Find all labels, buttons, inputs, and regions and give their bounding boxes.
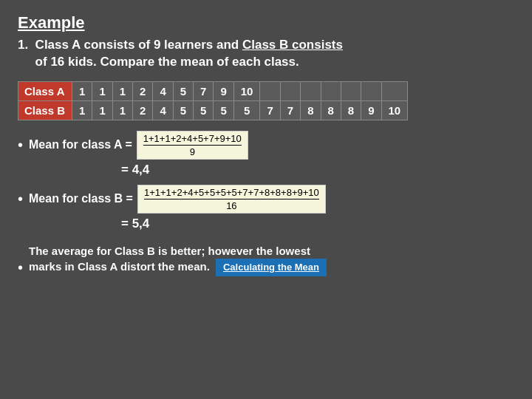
table-data-cell: 8 [341,100,361,120]
table-data-cell [301,81,321,100]
table-data-cell [321,81,341,100]
mean-b-denominator: 16 [226,200,236,211]
table-data-cell: 2 [133,81,153,100]
table-row: Class B11124555577888910 [18,100,408,120]
table-data-cell: 1 [72,81,92,100]
mean-a-section: • Mean for class A = 1+1+1+2+4+5+7+9+10 … [18,131,514,177]
table-data-cell: 9 [361,100,381,120]
slide: Example 1. Class A consists of 9 learner… [0,0,532,399]
data-table: Class A1112457910Class B1112455557788891… [18,81,408,120]
table-data-cell [381,81,408,100]
table-data-cell: 5 [194,100,214,120]
table-data-cell: 8 [301,100,321,120]
table-data-cell: 1 [92,100,112,120]
table-data-cell [341,81,361,100]
mean-b-section: • Mean for class B = 1+1+1+2+4+5+5+5+5+7… [18,185,514,231]
table-data-cell: 5 [214,100,233,120]
table-data-cell: 8 [321,100,341,120]
table-data-cell: 1 [72,100,92,120]
bullet-b: • [18,191,23,208]
mean-b-row: • Mean for class B = 1+1+1+2+4+5+5+5+5+7… [18,185,514,214]
table-label-cell: Class B [18,100,72,120]
mean-b-result: = 5,4 [121,216,514,231]
subtitle-line1: 1. Class A consists of 9 learners and Cl… [18,38,343,52]
table-data-cell: 5 [233,100,260,120]
table-data-cell: 5 [173,81,193,100]
table-data-cell: 1 [92,81,112,100]
table-data-cell: 2 [133,100,153,120]
table-data-cell [260,81,280,100]
mean-a-numerator: 1+1+1+2+4+5+7+9+10 [143,133,242,146]
subtitle-classb-underline: Class B consists [242,38,343,52]
subtitle-line2: of 16 kids. Compare the mean of each cla… [18,55,299,69]
table-data-cell: 10 [233,81,260,100]
slide-subtitle: 1. Class A consists of 9 learners and Cl… [18,37,514,71]
table-data-cell [361,81,381,100]
table-data-cell: 9 [214,81,233,100]
table-data-cell: 5 [173,100,193,120]
mean-a-label: Mean for class A = [29,138,132,151]
mean-b-numerator: 1+1+1+2+4+5+5+5+5+7+7+8+8+8+9+10 [144,187,319,200]
bullet-note: • [18,259,23,276]
mean-a-denominator: 9 [190,146,195,157]
mean-a-fraction: 1+1+1+2+4+5+7+9+10 9 [137,131,248,160]
table-data-cell: 1 [112,81,132,100]
table-data-cell: 4 [153,81,173,100]
mean-a-row: • Mean for class A = 1+1+1+2+4+5+7+9+10 … [18,131,514,160]
mean-b-label: Mean for class B = [29,192,133,205]
data-table-container: Class A1112457910Class B1112455557788891… [18,81,514,120]
mean-b-fraction: 1+1+1+2+4+5+5+5+5+7+7+8+8+8+9+10 16 [137,185,326,214]
bullet-a: • [18,137,23,154]
table-data-cell: 7 [280,100,300,120]
table-data-cell: 4 [153,100,173,120]
note-row: • The average for Class B is better; how… [18,239,514,276]
note-text: The average for Class B is better; howev… [29,243,327,276]
slide-title: Example [18,13,514,33]
table-row: Class A1112457910 [18,81,408,100]
table-label-cell: Class A [18,81,72,100]
table-data-cell [280,81,300,100]
table-data-cell: 7 [194,81,214,100]
mean-a-result: = 4,4 [121,163,514,177]
calculating-mean-link[interactable]: Calculating the Mean [216,259,327,276]
table-data-cell: 10 [381,100,408,120]
table-data-cell: 1 [112,100,132,120]
table-data-cell: 7 [260,100,280,120]
